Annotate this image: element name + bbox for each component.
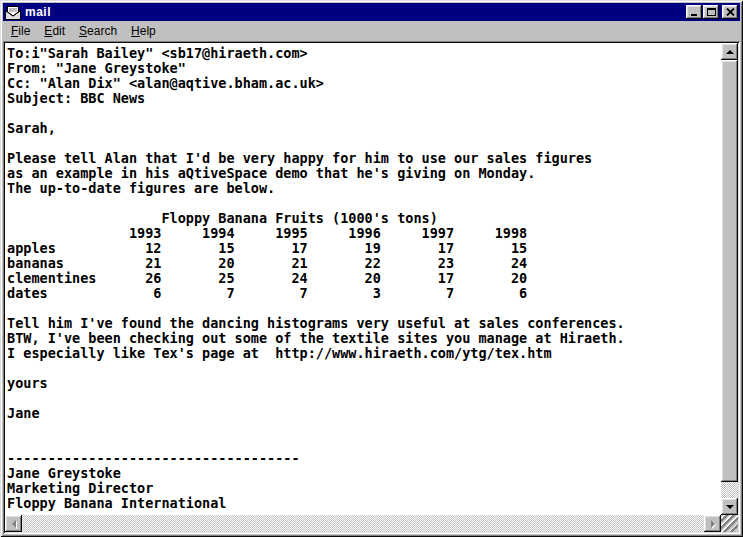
mail-window: mail File Edit Search Help To:i"Sarah Ba…	[0, 0, 743, 537]
vertical-scrollbar	[721, 43, 738, 515]
menu-item-edit[interactable]: Edit	[37, 22, 72, 40]
minimize-button[interactable]	[686, 5, 702, 19]
email-body-text[interactable]: To:i"Sarah Bailey" <sb17@hiraeth.com> Fr…	[5, 43, 721, 511]
close-button[interactable]	[722, 5, 738, 19]
arrow-down-icon	[726, 505, 734, 509]
horizontal-scroll-track[interactable]	[22, 515, 704, 532]
window-controls	[686, 5, 738, 19]
vertical-scroll-thumb[interactable]	[721, 60, 738, 482]
scroll-up-button[interactable]	[721, 43, 738, 60]
menu-item-help[interactable]: Help	[124, 22, 163, 40]
scroll-down-button[interactable]	[721, 498, 738, 515]
menu-item-search[interactable]: Search	[72, 22, 124, 40]
scroll-left-button[interactable]	[5, 515, 22, 532]
scroll-right-button[interactable]	[704, 515, 721, 532]
close-icon	[726, 8, 735, 16]
minimize-icon	[691, 14, 697, 16]
client-area: To:i"Sarah Bailey" <sb17@hiraeth.com> Fr…	[3, 41, 740, 534]
title-bar[interactable]: mail	[3, 3, 740, 21]
resize-grip[interactable]	[721, 515, 738, 532]
menu-item-file[interactable]: File	[4, 22, 37, 40]
menu-bar: File Edit Search Help	[3, 21, 740, 41]
vertical-scroll-track[interactable]	[721, 60, 738, 498]
window-title: mail	[25, 4, 51, 20]
maximize-button[interactable]	[703, 5, 719, 19]
email-content: To:i"Sarah Bailey" <sb17@hiraeth.com> Fr…	[5, 43, 721, 515]
arrow-up-icon	[726, 50, 734, 54]
arrow-right-icon	[711, 520, 715, 528]
mail-envelope-icon	[5, 5, 21, 20]
maximize-icon	[707, 8, 716, 16]
arrow-left-icon	[12, 520, 16, 528]
horizontal-scrollbar	[5, 515, 721, 532]
